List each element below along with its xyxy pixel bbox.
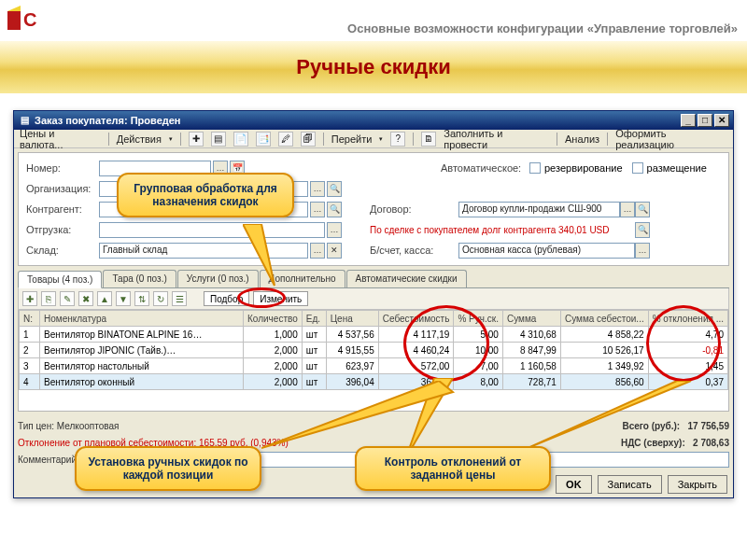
prices-menu[interactable]: Цены и валюта... (20, 128, 101, 150)
cell[interactable]: 1 (20, 327, 40, 343)
col-dev[interactable]: % отклонения ... (648, 311, 727, 327)
cell[interactable]: 2,000 (244, 358, 303, 374)
shipment-field[interactable] (99, 222, 325, 238)
cell[interactable]: -0,81 (648, 343, 727, 358)
tab-tare[interactable]: Тара (0 поз.) (103, 270, 176, 287)
move-down-icon[interactable]: ▼ (116, 291, 131, 306)
toolbar-icon-4[interactable]: 📑 (256, 132, 271, 147)
close-button[interactable]: ✕ (714, 114, 729, 127)
tab-goods[interactable]: Товары (4 поз.) (18, 271, 102, 288)
edit-row-icon[interactable]: ✎ (60, 291, 75, 306)
cell[interactable]: 623,97 (326, 358, 378, 374)
debt-info-icon[interactable]: 🔍 (635, 222, 650, 238)
org-pick-icon[interactable]: … (310, 181, 325, 197)
delete-row-icon[interactable]: ✖ (78, 291, 93, 306)
cell[interactable]: 8 847,99 (502, 343, 560, 358)
col-sum[interactable]: Сумма (502, 311, 560, 327)
contract-field[interactable]: Договор купли-продажи СШ-900 (458, 202, 620, 217)
fill-post-menu[interactable]: Заполнить и провести (444, 128, 549, 150)
label-account: Б/счет, касса: (370, 245, 458, 256)
save-button[interactable]: Записать (598, 475, 662, 494)
cell[interactable]: 1 349,92 (560, 358, 648, 374)
counterparty-pick-icon[interactable]: … (310, 202, 325, 217)
account-pick-icon[interactable]: … (635, 243, 650, 259)
copy-row-icon[interactable]: ⎘ (41, 291, 56, 306)
col-qty[interactable]: Количество (244, 311, 303, 327)
cell[interactable]: 4 310,68 (502, 327, 560, 343)
col-unit[interactable]: Ед. (302, 311, 326, 327)
warehouse-clear-icon[interactable]: ✕ (327, 243, 342, 259)
sort-icon[interactable]: ⇅ (134, 291, 149, 306)
analysis-menu[interactable]: Анализ (565, 133, 599, 145)
toolbar-icon-2[interactable]: ▤ (211, 132, 226, 147)
table-row[interactable]: 3Вентилятор настольный2,000шт623,97572,0… (20, 358, 728, 374)
actions-menu[interactable]: Действия (117, 133, 162, 145)
counterparty-search-icon[interactable]: 🔍 (327, 202, 342, 217)
reserve-checkbox[interactable] (529, 162, 541, 174)
shipment-pick-icon[interactable]: … (327, 222, 342, 238)
table-row[interactable]: 1Вентилятор BINATONE ALPINE 16…1,000шт4 … (20, 327, 728, 343)
contract-search-icon[interactable]: 🔍 (635, 202, 650, 217)
realize-menu[interactable]: Оформить реализацию (615, 128, 727, 150)
cell[interactable]: 2,000 (244, 343, 303, 358)
cell[interactable]: 1,000 (244, 327, 303, 343)
cell[interactable]: 2 (20, 343, 40, 358)
cell[interactable]: 1,45 (648, 358, 727, 374)
toolbar-icon-5[interactable]: 🖉 (278, 132, 293, 147)
svg-rect-0 (7, 11, 21, 30)
main-toolbar: Цены и валюта... Действия▾ ✚ ▤ 📄 📑 🖉 🗐 П… (14, 130, 733, 148)
logo-1c: С (6, 6, 49, 37)
table-row[interactable]: 2Вентилятор JIPONIC (Тайв.)…2,000шт4 915… (20, 343, 728, 358)
org-search-icon[interactable]: 🔍 (327, 181, 342, 197)
cell[interactable]: Вентилятор BINATONE ALPINE 16… (40, 327, 244, 343)
cell[interactable]: 4 460,24 (378, 343, 454, 358)
cell[interactable]: Вентилятор JIPONIC (Тайв.)… (40, 343, 244, 358)
warehouse-pick-icon[interactable]: … (310, 243, 325, 259)
price-type: Тип цен: Мелкооптовая (18, 421, 119, 431)
cell[interactable]: шт (302, 343, 326, 358)
cell[interactable]: шт (302, 358, 326, 374)
cell[interactable]: 4 858,22 (560, 327, 648, 343)
label-counterparty: Контрагент: (26, 203, 99, 215)
place-checkbox[interactable] (632, 162, 643, 174)
cell[interactable]: 10,00 (454, 343, 502, 358)
col-n[interactable]: N: (20, 311, 40, 327)
cell[interactable]: 7,00 (454, 358, 502, 374)
cell[interactable]: 4,70 (648, 327, 727, 343)
cell[interactable]: 4 (20, 374, 40, 390)
cell[interactable]: Вентилятор настольный (40, 358, 244, 374)
col-cost[interactable]: Себестоимость (378, 311, 454, 327)
add-row-icon[interactable]: ✚ (22, 291, 37, 306)
col-manual[interactable]: % Руч.ск. (454, 311, 502, 327)
help-icon[interactable]: ? (390, 132, 405, 147)
maximize-button[interactable]: □ (698, 114, 712, 127)
col-price[interactable]: Цена (326, 311, 378, 327)
columns-icon[interactable]: ☰ (172, 291, 187, 306)
close-form-button[interactable]: Закрыть (668, 475, 727, 494)
cell[interactable]: 4 915,55 (326, 343, 378, 358)
cell[interactable]: 10 526,17 (560, 343, 648, 358)
account-field[interactable]: Основная касса (рублевая) (458, 243, 635, 259)
contract-pick-icon[interactable]: … (620, 202, 635, 217)
col-sumcost[interactable]: Сумма себестои... (560, 311, 648, 327)
col-name[interactable]: Номенклатура (40, 311, 244, 327)
cell[interactable]: 4 117,19 (378, 327, 454, 343)
goto-menu[interactable]: Перейти (331, 133, 373, 145)
cell[interactable]: 572,00 (378, 358, 454, 374)
ok-button[interactable]: OK (556, 475, 592, 494)
cell[interactable]: 5,00 (454, 327, 502, 343)
tab-auto-discounts[interactable]: Автоматические скидки (346, 270, 467, 287)
move-up-icon[interactable]: ▲ (97, 291, 112, 306)
doc-icon-btn[interactable]: 🗎 (421, 132, 436, 147)
cell[interactable]: 3 (20, 358, 40, 374)
cell[interactable]: Вентилятор оконный (40, 374, 244, 390)
toolbar-icon-3[interactable]: 📄 (233, 132, 248, 147)
cell[interactable]: шт (302, 327, 326, 343)
cell[interactable]: 1 160,58 (502, 358, 560, 374)
toolbar-icon-6[interactable]: 🗐 (301, 132, 316, 147)
cell[interactable]: 4 537,56 (326, 327, 378, 343)
tabstrip: Товары (4 поз.) Тара (0 поз.) Услуги (0 … (18, 270, 729, 288)
minimize-button[interactable]: _ (681, 114, 696, 127)
refresh-icon[interactable]: ↻ (153, 291, 168, 306)
toolbar-icon-1[interactable]: ✚ (189, 132, 204, 147)
